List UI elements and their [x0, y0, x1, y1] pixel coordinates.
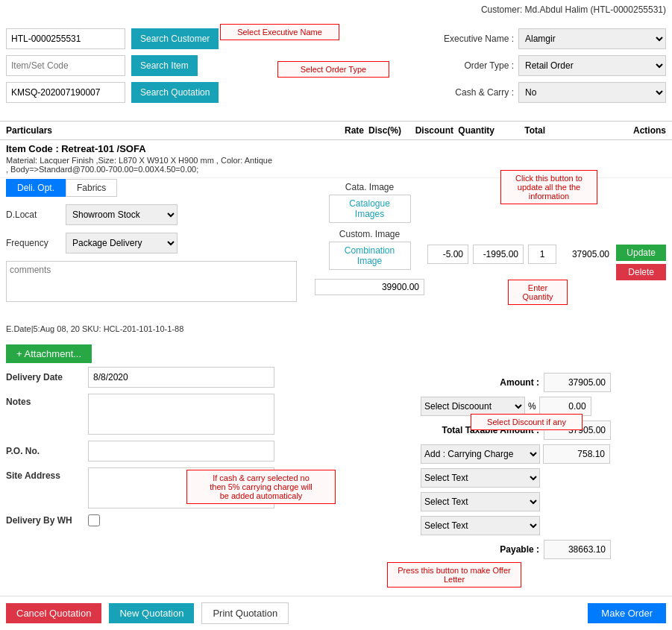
site-address-label: Site Address [6, 467, 88, 481]
tab-row: Deli. Opt. Fabrics [6, 179, 306, 197]
pct-value-input[interactable] [539, 397, 591, 416]
comments-textarea[interactable] [6, 261, 297, 302]
col-disc: Disc(%) [364, 125, 401, 136]
delivery-date-input[interactable] [88, 367, 274, 388]
footer-row: Cancel Quotation New Quotation Print Quo… [0, 596, 672, 630]
executive-select[interactable]: Alamgir [518, 28, 666, 49]
order-type-label: Order Type : [409, 60, 514, 71]
delivery-date-row: Delivery Date [6, 367, 408, 388]
rate-value[interactable] [427, 245, 468, 264]
attachment-button[interactable]: + Attachment... [6, 344, 92, 363]
site-address-row: Site Address [6, 467, 408, 508]
delete-button[interactable]: Delete [616, 264, 666, 280]
quantity-input[interactable] [528, 245, 556, 264]
table-header: Particulars Rate Disc(%) Discount Quanti… [0, 121, 672, 140]
col-rate: Rate [319, 125, 364, 136]
site-address-textarea[interactable] [88, 467, 274, 508]
item-values-row: 37905.00 [427, 245, 609, 264]
frequency-label: Frequency [6, 238, 66, 248]
d-locat-select[interactable]: Showroom Stock [66, 204, 178, 225]
amount-value [544, 373, 611, 392]
item-code-value: Retreat-101 /SOFA [61, 143, 145, 154]
select-text1-row: Select Text [421, 468, 666, 488]
select-text3-dropdown[interactable]: Select Text [421, 516, 540, 535]
amount-row: Amount : [421, 373, 666, 392]
row1: Search Customer [0, 24, 224, 54]
annotation-enter-quantity: Enter Quantity [508, 280, 568, 305]
catalogue-images-button[interactable]: Catalogue Images [329, 195, 411, 223]
payable-row: Payable : [421, 540, 666, 559]
po-input[interactable] [88, 441, 274, 462]
order-type-row: Order Type : Retail Order [409, 55, 666, 76]
executive-label: Executive Name : [409, 34, 514, 44]
delivery-wh-label: Delivery By WH [6, 515, 88, 526]
tab-fabrics[interactable]: Fabrics [66, 179, 117, 197]
notes-textarea[interactable] [88, 394, 274, 435]
frequency-select[interactable]: Package Delivery [66, 233, 178, 253]
payable-label: Payable : [421, 544, 544, 555]
cata-image-label: Cata. Image [315, 182, 424, 192]
discount-value[interactable] [473, 245, 524, 264]
cash-carry-row: Cash & Carry : No [409, 82, 666, 103]
search-quotation-button[interactable]: Search Quotation [131, 82, 219, 103]
delivery-wh-checkbox[interactable] [88, 514, 100, 526]
combination-image-button[interactable]: Combination Image [329, 242, 411, 270]
custom-image-label: Custom. Image [315, 229, 424, 239]
update-button[interactable]: Update [616, 245, 666, 261]
select-text3-row: Select Text [421, 516, 666, 535]
item-code-label: Item Code : [6, 143, 59, 154]
price-box: 39900.00 [315, 279, 424, 295]
frequency-row: Frequency Package Delivery [6, 233, 306, 253]
total-taxable-value [544, 420, 611, 440]
carrying-charge-row: Add : Carrying Charge [421, 444, 666, 464]
carrying-charge-select[interactable]: Add : Carrying Charge [421, 444, 540, 464]
row2: Search Item [0, 51, 204, 81]
item-desc1: Material: Lacquer Finish ,Size: L870 X W… [6, 156, 666, 165]
tab-deli-opt[interactable]: Deli. Opt. [6, 179, 66, 197]
annotation-select-order-type: Select Order Type [277, 61, 389, 78]
cancel-quotation-button[interactable]: Cancel Quotation [6, 603, 101, 623]
cash-carry-label: Cash & Carry : [409, 87, 514, 98]
bottom-right-amounts: Amount : Select Discoount % Total Taxabl… [415, 367, 672, 570]
d-locat-row: D.Locat Showroom Stock [6, 204, 306, 225]
quotation-id-input[interactable] [6, 82, 125, 103]
search-customer-button[interactable]: Search Customer [131, 28, 219, 49]
print-quotation-button[interactable]: Print Quotation [201, 602, 289, 624]
select-discount-dropdown[interactable]: Select Discoount [421, 397, 525, 416]
select-text2-dropdown[interactable]: Select Text [421, 492, 540, 511]
search-item-button[interactable]: Search Item [131, 55, 198, 76]
cash-carry-select[interactable]: No [518, 82, 666, 103]
total-value: 37905.00 [561, 249, 609, 259]
annotation-select-executive: Select Executive Name [220, 24, 339, 40]
po-row: P.O. No. [6, 441, 408, 462]
image-section: Cata. Image Catalogue Images Custom. Ima… [312, 179, 427, 298]
item-desc2: , Body=>Standard@700.00-700.00=0.00X4.50… [6, 165, 666, 174]
make-order-button[interactable]: Make Order [588, 603, 666, 623]
notes-label: Notes [6, 394, 88, 407]
delivery-wh-row: Delivery By WH [6, 514, 408, 526]
new-quotation-button[interactable]: New Quotation [109, 603, 194, 623]
row3: Search Quotation [0, 78, 224, 107]
notes-row: Notes [6, 394, 408, 435]
po-label: P.O. No. [6, 446, 88, 456]
col-quantity: Quantity [453, 125, 494, 136]
col-discount: Discount [401, 125, 453, 136]
customer-id-input[interactable] [6, 28, 125, 49]
select-text2-row: Select Text [421, 492, 666, 511]
payable-value [544, 540, 611, 559]
item-code-display: Item Code : Retreat-101 /SOFA [6, 143, 666, 154]
right-panel: Executive Name : Alamgir Order Type : Re… [403, 24, 672, 113]
discount-select-row: Select Discoount % [421, 397, 666, 416]
left-panel: Deli. Opt. Fabrics D.Locat Showroom Stoc… [0, 179, 312, 304]
pct-symbol: % [528, 401, 536, 412]
delivery-date-label: Delivery Date [6, 372, 88, 382]
select-text1-dropdown[interactable]: Select Text [421, 468, 540, 488]
executive-row: Executive Name : Alamgir [409, 28, 666, 49]
order-type-select[interactable]: Retail Order [518, 55, 666, 76]
total-taxable-label: Total Taxable Amount : [421, 425, 544, 435]
customer-info: Customer: Md.Abdul Halim (HTL-0000255531… [481, 4, 666, 15]
item-code-input[interactable] [6, 55, 125, 76]
item-section: Item Code : Retreat-101 /SOFA Material: … [0, 139, 672, 178]
action-buttons: Update Delete [616, 245, 666, 280]
bottom-left-form: Delivery Date Notes P.O. No. Site Addres… [0, 367, 414, 532]
